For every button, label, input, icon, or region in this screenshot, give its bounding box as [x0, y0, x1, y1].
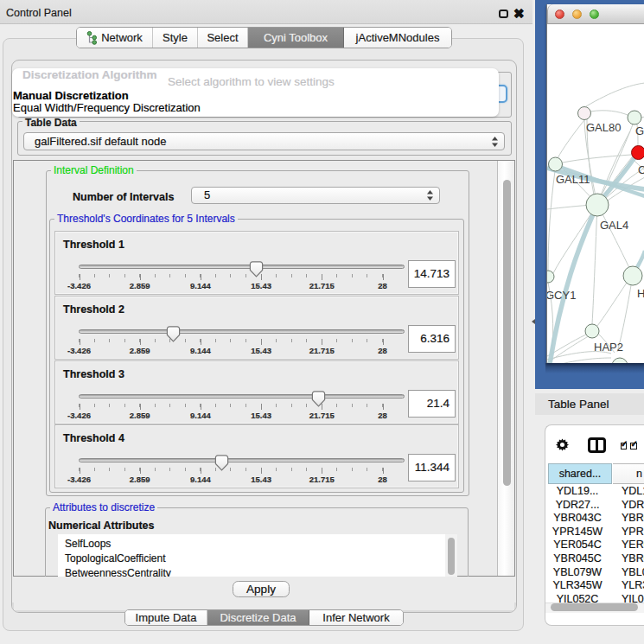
svg-text:G: G — [635, 124, 644, 137]
svg-text:H: H — [637, 287, 644, 300]
svg-text:GCY1: GCY1 — [547, 289, 576, 302]
svg-text:GAL4: GAL4 — [600, 219, 628, 232]
svg-text:HAP2: HAP2 — [594, 341, 623, 354]
svg-text:GAL80: GAL80 — [586, 121, 621, 134]
svg-text:GAL11: GAL11 — [556, 173, 590, 186]
svg-text:C: C — [638, 163, 644, 176]
